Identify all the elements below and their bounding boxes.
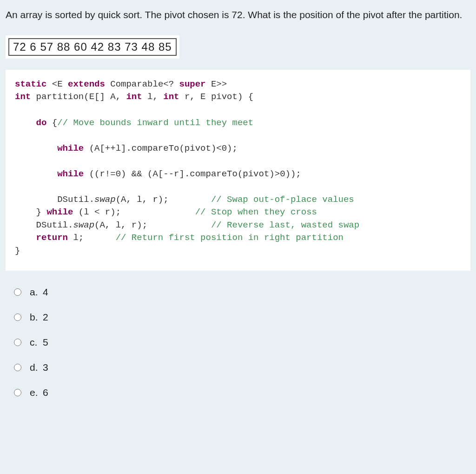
option-letter: d. — [30, 362, 43, 373]
answer-options: a. 4 b. 2 c. 5 d. 3 e. 6 — [6, 287, 470, 398]
code-content: static <E extends Comparable<? super E>>… — [15, 78, 461, 258]
option-value: 4 — [43, 287, 48, 298]
option-e[interactable]: e. 6 — [14, 387, 470, 398]
option-c[interactable]: c. 5 — [14, 337, 470, 348]
question-text: An array is sorted by quick sort. The pi… — [6, 6, 470, 24]
radio-c[interactable] — [14, 339, 21, 346]
option-value: 6 — [43, 387, 48, 398]
option-letter: e. — [30, 387, 43, 398]
option-value: 3 — [43, 362, 48, 373]
option-letter: c. — [30, 337, 43, 348]
radio-b[interactable] — [14, 314, 21, 321]
option-value: 5 — [43, 337, 48, 348]
option-d[interactable]: d. 3 — [14, 362, 470, 373]
radio-a[interactable] — [14, 288, 21, 296]
radio-e[interactable] — [14, 389, 21, 396]
option-value: 2 — [43, 312, 48, 323]
option-b[interactable]: b. 2 — [14, 312, 470, 323]
radio-d[interactable] — [14, 364, 21, 371]
array-values: 72 6 57 88 60 42 83 73 48 85 — [8, 38, 177, 56]
option-letter: a. — [30, 287, 43, 298]
array-image: 72 6 57 88 60 42 83 73 48 85 — [6, 35, 179, 59]
code-block: static <E extends Comparable<? super E>>… — [6, 70, 470, 271]
option-letter: b. — [30, 312, 43, 323]
option-a[interactable]: a. 4 — [14, 287, 470, 298]
